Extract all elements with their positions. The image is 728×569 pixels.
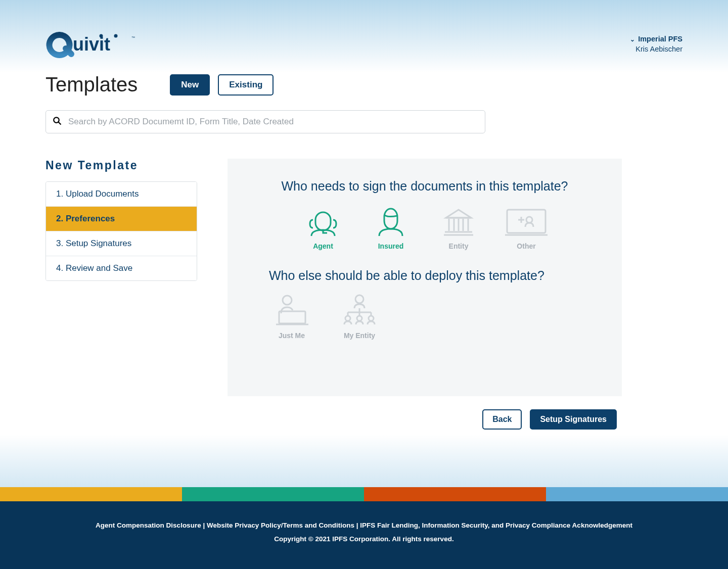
other-icon [507,204,546,237]
search-icon [53,116,62,127]
option-label: Entity [449,242,469,250]
svg-point-28 [345,316,350,321]
option-insured[interactable]: Insured [368,204,414,250]
option-label: Just Me [279,331,305,340]
question-deploy: Who else should be able to deploy this t… [258,268,592,283]
svg-point-16 [526,217,532,223]
company-name: Imperial PFS [638,34,682,44]
step-upload-documents[interactable]: 1. Upload Documents [46,182,197,207]
my-entity-icon [340,293,379,326]
question-sign: Who needs to sign the documents in this … [258,179,592,194]
preferences-card: Who needs to sign the documents in this … [228,159,622,396]
tab-existing[interactable]: Existing [218,74,274,96]
svg-text:uivit: uivit [73,34,110,55]
svg-point-1 [100,34,103,38]
chevron-down-icon: ⌄ [630,35,635,43]
section-heading-new-template: New Template [46,159,197,172]
svg-text:™: ™ [131,36,135,39]
option-my-entity[interactable]: My Entity [337,293,382,340]
svg-point-4 [54,117,59,123]
user-menu[interactable]: ⌄ Imperial PFS Kris Aebischer [630,34,682,54]
just-me-icon [272,293,311,326]
user-name: Kris Aebischer [630,44,682,55]
entity-icon [439,204,478,237]
footer: Agent Compensation Disclosure | Website … [0,487,728,569]
wizard-steps: 1. Upload Documents 2. Preferences 3. Se… [46,181,197,281]
svg-point-19 [283,296,292,305]
option-label: Agent [313,242,333,250]
svg-point-30 [369,316,374,321]
svg-line-5 [58,122,61,124]
logo-quivit: uivit ™ [46,30,139,58]
agent-icon [303,204,343,237]
footer-links[interactable]: Agent Compensation Disclosure | Website … [10,518,718,532]
option-other[interactable]: Other [504,204,549,250]
step-setup-signatures[interactable]: 3. Setup Signatures [46,231,197,256]
insured-icon [371,204,411,237]
step-review-and-save[interactable]: 4. Review and Save [46,256,197,280]
svg-rect-20 [279,311,305,323]
option-label: Insured [378,242,404,250]
option-just-me[interactable]: Just Me [269,293,314,340]
option-label: Other [517,242,535,250]
option-entity[interactable]: Entity [436,204,481,250]
svg-point-2 [114,34,118,38]
page-title: Templates [46,73,138,96]
step-preferences[interactable]: 2. Preferences [46,207,197,231]
footer-copyright: Copyright © 2021 IPFS Corporation. All r… [10,532,718,546]
search-input[interactable] [46,110,485,133]
setup-signatures-button[interactable]: Setup Signatures [530,409,617,430]
option-label: My Entity [344,331,375,340]
svg-point-29 [357,316,362,321]
back-button[interactable]: Back [482,409,522,430]
tab-new[interactable]: New [170,74,210,96]
svg-point-22 [355,295,363,303]
option-agent[interactable]: Agent [300,204,346,250]
